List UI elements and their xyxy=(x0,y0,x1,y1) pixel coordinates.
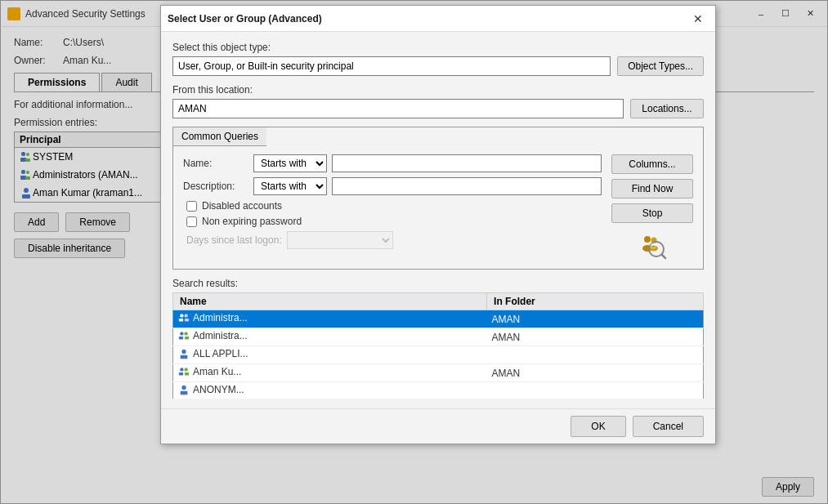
cancel-button[interactable]: Cancel xyxy=(633,416,704,437)
svg-point-21 xyxy=(180,332,183,335)
result-folder: AMAN xyxy=(487,364,704,382)
svg-rect-26 xyxy=(181,355,188,359)
svg-rect-20 xyxy=(185,319,189,322)
common-queries-tab[interactable]: Common Queries xyxy=(173,127,266,146)
dialog-footer: OK Cancel xyxy=(161,408,715,444)
dialog-title: Select User or Group (Advanced) xyxy=(168,13,687,25)
svg-rect-24 xyxy=(185,337,189,340)
svg-point-17 xyxy=(180,314,183,317)
table-row[interactable]: Aman Ku...AMAN xyxy=(173,364,704,382)
queries-left: Name: Starts with Description: Starts wi… xyxy=(183,154,602,261)
svg-point-19 xyxy=(184,314,187,317)
table-row[interactable]: ALL APPLI... xyxy=(173,346,704,364)
svg-point-10 xyxy=(644,236,651,243)
desc-starts-with-select[interactable]: Starts with xyxy=(253,177,327,195)
svg-rect-32 xyxy=(181,391,188,395)
columns-button[interactable]: Columns... xyxy=(611,154,693,174)
svg-point-31 xyxy=(181,386,186,390)
name-query-input[interactable] xyxy=(332,154,602,172)
user-result-icon: Administra... xyxy=(178,312,248,323)
results-scroll[interactable]: Name In Folder Administra...AMANAdminist… xyxy=(172,292,704,399)
svg-rect-28 xyxy=(179,372,183,376)
dialog-body: Select this object type: Object Types...… xyxy=(161,32,715,408)
name-starts-with-select[interactable]: Starts with xyxy=(253,154,327,172)
queries-right: Columns... Find Now Stop xyxy=(611,154,693,261)
days-since-label: Days since last logon: xyxy=(186,234,282,246)
object-types-button[interactable]: Object Types... xyxy=(617,56,704,76)
queries-body: Name: Starts with Description: Starts wi… xyxy=(173,146,703,269)
result-name: ANONYM... xyxy=(173,382,487,399)
user-result-icon: Aman Ku... xyxy=(178,366,241,377)
result-name: ALL APPLI... xyxy=(173,346,487,364)
svg-rect-18 xyxy=(179,319,183,322)
location-label: From this location: xyxy=(172,84,704,96)
desc-query-row: Description: Starts with xyxy=(183,177,602,195)
non-expiring-checkbox[interactable] xyxy=(186,216,197,227)
non-expiring-row: Non expiring password xyxy=(183,216,602,227)
result-folder xyxy=(487,346,704,364)
locations-button[interactable]: Locations... xyxy=(630,99,704,118)
results-wrapper: Name In Folder Administra...AMANAdminist… xyxy=(172,292,704,399)
desc-query-input[interactable] xyxy=(332,177,602,195)
object-type-input[interactable] xyxy=(172,56,611,76)
user-result-icon: ANONYM... xyxy=(178,384,244,395)
result-folder xyxy=(487,382,704,399)
results-table: Name In Folder Administra...AMANAdminist… xyxy=(172,292,704,399)
dialog-titlebar: Select User or Group (Advanced) ✕ xyxy=(161,6,715,32)
svg-point-29 xyxy=(184,368,187,371)
name-field-label: Name: xyxy=(183,158,248,169)
name-query-row: Name: Starts with xyxy=(183,154,602,172)
location-row: Locations... xyxy=(172,99,704,118)
non-expiring-label: Non expiring password xyxy=(202,216,302,227)
result-name: Aman Ku... xyxy=(173,364,487,382)
disabled-accounts-checkbox[interactable] xyxy=(186,201,197,212)
svg-rect-30 xyxy=(185,372,189,376)
object-type-label: Select this object type: xyxy=(172,42,704,53)
common-queries-section: Common Queries Name: Starts with Descrip… xyxy=(172,127,704,270)
table-row[interactable]: Administra...AMAN xyxy=(173,328,704,346)
svg-point-27 xyxy=(180,368,183,371)
disabled-accounts-row: Disabled accounts xyxy=(183,200,602,212)
disabled-accounts-label: Disabled accounts xyxy=(202,200,282,212)
result-folder: AMAN xyxy=(487,310,704,328)
search-people-icon xyxy=(638,231,667,261)
select-user-dialog: Select User or Group (Advanced) ✕ Select… xyxy=(160,5,716,444)
result-name: Administra... xyxy=(173,328,487,346)
days-since-row: Days since last logon: xyxy=(183,231,602,249)
svg-line-15 xyxy=(662,255,666,259)
table-row[interactable]: Administra...AMAN xyxy=(173,310,704,328)
ok-button[interactable]: OK xyxy=(571,416,625,437)
find-now-button[interactable]: Find Now xyxy=(611,179,693,198)
user-result-icon: ALL APPLI... xyxy=(178,348,248,359)
svg-rect-22 xyxy=(179,337,183,340)
search-results-label: Search results: xyxy=(172,278,704,289)
user-result-icon: Administra... xyxy=(178,330,248,341)
col-name-header[interactable]: Name xyxy=(173,293,487,310)
result-folder: AMAN xyxy=(487,328,704,346)
search-icon-box xyxy=(611,231,693,261)
dialog-close-button[interactable]: ✕ xyxy=(687,11,709,27)
col-folder-header[interactable]: In Folder xyxy=(487,293,704,310)
svg-point-23 xyxy=(184,332,187,335)
object-type-row: Object Types... xyxy=(172,56,704,76)
desc-field-label: Description: xyxy=(183,181,248,192)
stop-button[interactable]: Stop xyxy=(611,203,693,223)
location-input[interactable] xyxy=(172,99,624,118)
table-row[interactable]: ANONYM... xyxy=(173,382,704,399)
result-name: Administra... xyxy=(173,310,487,328)
days-since-select[interactable] xyxy=(287,231,393,249)
svg-point-25 xyxy=(181,350,186,354)
